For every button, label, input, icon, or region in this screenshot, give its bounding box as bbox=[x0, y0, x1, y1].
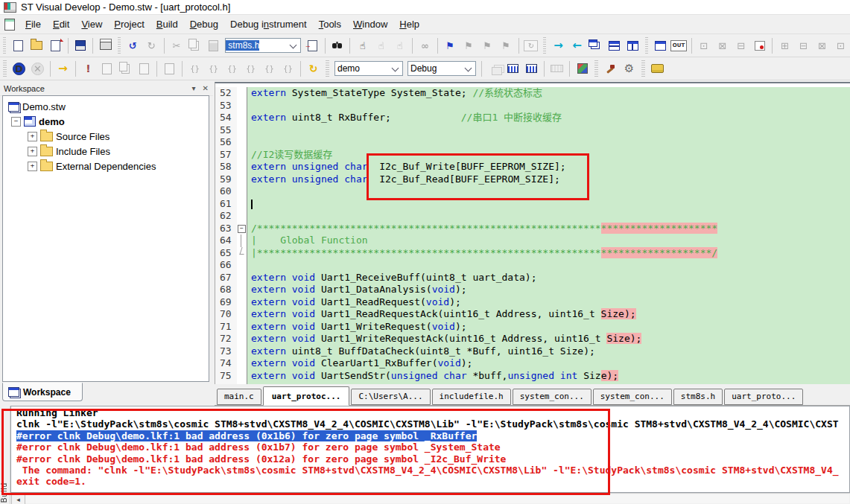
undo-button[interactable]: ↺ bbox=[124, 37, 142, 54]
output-line[interactable]: exit code=1. bbox=[16, 476, 849, 487]
menu-build[interactable]: Build bbox=[150, 16, 184, 32]
output-tab-build[interactable]: Build bbox=[0, 482, 8, 503]
build-config-combo[interactable]: Debug bbox=[407, 61, 476, 76]
code-line[interactable]: 74extern void ClearUart1_RxBuffer(void); bbox=[215, 357, 850, 370]
cut-button[interactable]: ✂ bbox=[168, 37, 185, 54]
code-line[interactable]: 63−/************************************… bbox=[215, 223, 850, 235]
run-to-cursor-button[interactable]: {} bbox=[279, 60, 296, 77]
code-line[interactable]: 69extern void Uart1_ReadRequest(void); bbox=[215, 296, 850, 309]
emulator-button[interactable] bbox=[649, 60, 666, 77]
keyboard-button[interactable] bbox=[548, 60, 565, 77]
tree-item-source-files[interactable]: +Source Files bbox=[3, 129, 209, 144]
code-line[interactable]: 64| Global Function bbox=[215, 235, 850, 247]
add-watch-button[interactable]: ☝ bbox=[372, 37, 390, 54]
code-line[interactable]: 68extern void Uart1_DataAnalysis(void); bbox=[215, 284, 850, 296]
menu-debug[interactable]: Debug bbox=[184, 16, 224, 32]
hand-tool-button[interactable]: ☝ bbox=[354, 37, 371, 54]
open-file-button[interactable] bbox=[28, 37, 45, 54]
horizontal-scrollbar[interactable]: ◂ bbox=[10, 493, 850, 504]
document-tab-main-c[interactable]: main.c bbox=[217, 389, 261, 405]
document-tab-c-users-a[interactable]: C:\Users\A... bbox=[351, 389, 430, 405]
rebuild-all-button[interactable] bbox=[136, 60, 153, 77]
batch-build-button[interactable] bbox=[161, 60, 178, 77]
print-button[interactable] bbox=[97, 37, 114, 54]
step-into-instruction-button[interactable]: {} bbox=[223, 60, 241, 77]
code-line[interactable]: 59extern unsigned char I2c_Buf_Read[BUFF… bbox=[215, 173, 850, 186]
memory-window-button[interactable]: ⊠ bbox=[714, 37, 731, 54]
redo-button[interactable]: ↻ bbox=[143, 37, 160, 54]
new-file-button[interactable] bbox=[10, 37, 27, 54]
build-button[interactable] bbox=[117, 60, 134, 77]
code-line[interactable]: 72extern void Uart1_WriteRequestAck(uint… bbox=[215, 333, 850, 345]
scroll-left-button[interactable]: ◂ bbox=[11, 494, 25, 504]
step-into-button[interactable]: {} bbox=[186, 60, 203, 77]
tree-item-demo-stw[interactable]: Demo.stw bbox=[3, 99, 209, 114]
watch-window-button[interactable]: ⊡ bbox=[695, 37, 712, 54]
peripheral-config-button[interactable]: ⚙ bbox=[621, 60, 638, 77]
code-line[interactable]: 56 bbox=[215, 136, 850, 149]
expand-icon[interactable]: + bbox=[28, 162, 37, 171]
tree-item-include-files[interactable]: +Include Files bbox=[3, 144, 209, 159]
code-line[interactable]: 52extern System_StateType System_State; … bbox=[215, 87, 850, 100]
menu-help[interactable]: Help bbox=[393, 16, 425, 32]
symbols-browser-button[interactable]: ⊡ bbox=[832, 37, 849, 54]
tree-item-external-dependencies[interactable]: +External Dependencies bbox=[3, 159, 209, 173]
step-out-button[interactable]: {} bbox=[261, 60, 278, 77]
navigate-forward-button[interactable]: → bbox=[550, 37, 567, 54]
output-window-button[interactable]: OUT bbox=[670, 37, 688, 54]
mcu-configuration-button[interactable] bbox=[574, 60, 591, 77]
code-editor[interactable]: 52extern System_StateType System_State; … bbox=[215, 82, 850, 384]
panel-menu-chevron-icon[interactable]: ▾ bbox=[192, 84, 196, 92]
paste-button[interactable] bbox=[205, 37, 222, 54]
code-line[interactable]: 60 bbox=[215, 185, 850, 198]
code-line[interactable]: 67extern void Uart1_ReceiveBuff(uint8_t … bbox=[215, 272, 850, 284]
step-over-button[interactable]: {} bbox=[205, 60, 222, 77]
split-horizontal-button[interactable] bbox=[606, 37, 623, 54]
menu-edit[interactable]: Edit bbox=[47, 16, 75, 32]
document-tab-uart-proto[interactable]: uart_proto... bbox=[724, 389, 803, 405]
send-to-back-button[interactable] bbox=[486, 60, 503, 77]
document-tab-uart-protoc[interactable]: uart_protoc... bbox=[263, 386, 350, 406]
split-vertical-button[interactable] bbox=[624, 37, 641, 54]
code-line[interactable]: 75extern void UartSendStr(unsigned char … bbox=[215, 370, 850, 383]
menu-project[interactable]: Project bbox=[108, 16, 150, 32]
code-line[interactable]: 70extern void Uart1_ReadRequestAck(uint1… bbox=[215, 308, 850, 321]
output-line[interactable]: #error clnk Debug\demo.lkf:1 bad address… bbox=[16, 430, 849, 441]
stop-build-button[interactable]: ! bbox=[80, 60, 97, 77]
debug-instrument-settings-button[interactable] bbox=[602, 60, 619, 77]
save-button[interactable] bbox=[72, 37, 89, 54]
document-icon[interactable] bbox=[4, 19, 15, 31]
goto-definition-button[interactable] bbox=[304, 37, 321, 54]
step-over-instruction-button[interactable]: {} bbox=[242, 60, 259, 77]
code-line[interactable]: 66 bbox=[215, 259, 850, 272]
refresh-button[interactable]: ↻ bbox=[522, 37, 539, 54]
start-debugging-button[interactable]: D bbox=[10, 60, 28, 77]
scrollbar-track[interactable] bbox=[25, 494, 849, 503]
expand-icon[interactable]: + bbox=[28, 132, 37, 141]
document-tab-includefile-h[interactable]: includefile.h bbox=[432, 389, 511, 405]
document-tab-system-con[interactable]: system_con... bbox=[513, 389, 591, 405]
file-name-combo[interactable]: stm8s.h bbox=[225, 38, 300, 53]
next-bookmark-button[interactable]: ⚑ bbox=[460, 37, 478, 54]
continue-button[interactable]: → bbox=[54, 60, 72, 77]
menu-view[interactable]: View bbox=[75, 16, 108, 32]
collapse-icon[interactable]: − bbox=[11, 117, 21, 127]
code-line[interactable]: 62 bbox=[215, 210, 850, 223]
code-line[interactable]: 73extern uint8_t BuffDataCheck(uint8_t *… bbox=[215, 345, 850, 358]
output-line[interactable]: clnk -l"E:\StudyPack\stm8s\cosmic STM8+s… bbox=[16, 418, 849, 430]
document-tab-system-con[interactable]: system_con... bbox=[593, 389, 672, 405]
code-line[interactable]: 71extern void Uart1_WriteRequest(void); bbox=[215, 321, 850, 334]
cascade-windows-button[interactable] bbox=[587, 37, 604, 54]
code-line[interactable]: 53 bbox=[215, 100, 850, 112]
output-line[interactable]: #error clnk Debug\demo.lkf:1 bad address… bbox=[16, 453, 849, 465]
code-line[interactable]: 55 bbox=[215, 124, 850, 137]
workspace-window-button[interactable] bbox=[652, 37, 669, 54]
code-line[interactable]: 65|*************************************… bbox=[215, 247, 850, 260]
output-line[interactable]: The command: "clnk -l"E:\StudyPack\stm8s… bbox=[16, 465, 849, 476]
output-line[interactable]: #error clnk Debug\demo.lkf:1 bad address… bbox=[16, 441, 849, 453]
data-display-button[interactable] bbox=[504, 60, 521, 77]
code-line[interactable]: 54extern uint8_t RxBuffer; //串口1 中断接收缓存 bbox=[215, 112, 850, 124]
document-tab-stm8s-h[interactable]: stm8s.h bbox=[673, 389, 723, 405]
expand-icon[interactable]: + bbox=[28, 147, 37, 156]
close-file-button[interactable] bbox=[47, 37, 64, 54]
